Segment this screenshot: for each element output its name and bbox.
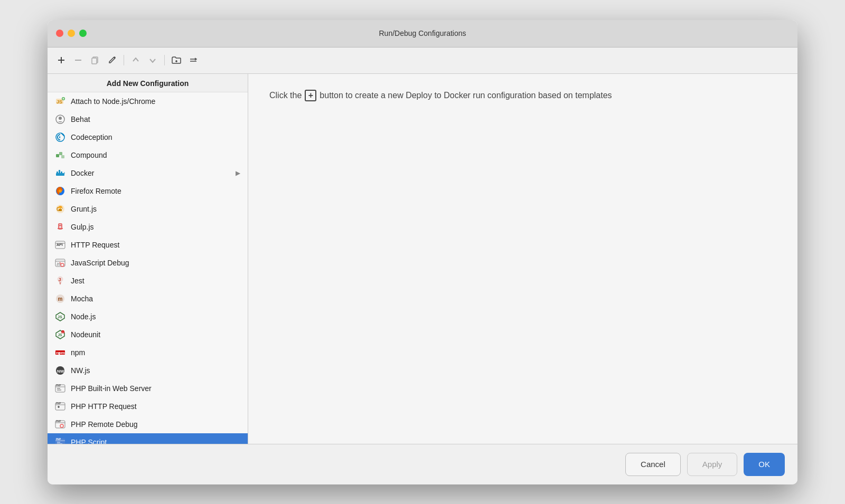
- move-down-button[interactable]: [145, 53, 160, 68]
- titlebar: Run/Debug Configurations: [48, 20, 797, 47]
- list-item-label: Grunt.js: [71, 205, 97, 213]
- cancel-button[interactable]: Cancel: [625, 453, 681, 476]
- list-item-http[interactable]: API HTTP Request: [48, 236, 248, 254]
- svg-text:JS: JS: [57, 99, 62, 104]
- docker-arrow: ▶: [236, 169, 240, 177]
- svg-rect-30: [59, 209, 62, 211]
- sidebar-list: JS Attach to Node.js/Chrome: [48, 92, 248, 444]
- attach-icon: JS: [55, 96, 65, 107]
- list-item-label: Mocha: [71, 294, 93, 303]
- list-item-firefox[interactable]: Firefox Remote: [48, 182, 248, 200]
- list-item-label: Attach to Node.js/Chrome: [71, 97, 155, 106]
- svg-rect-20: [61, 155, 64, 158]
- list-item-jest[interactable]: J Jest: [48, 272, 248, 290]
- list-item-php-http[interactable]: PHP PHP HTTP Request: [48, 397, 248, 415]
- php-builtin-icon: PHP: [55, 383, 65, 394]
- add-icon: [57, 56, 65, 64]
- toolbar-separator-1: [124, 55, 124, 65]
- list-item-docker[interactable]: Docker ▶: [48, 164, 248, 182]
- list-item-mocha[interactable]: m Mocha: [48, 290, 248, 308]
- svg-text:PHP: PHP: [56, 384, 61, 387]
- php-http-icon: PHP: [55, 401, 65, 412]
- main-content: Click the + button to create a new Deplo…: [248, 74, 797, 444]
- svg-rect-18: [56, 154, 59, 157]
- list-item-label: PHP Built-in Web Server: [71, 384, 152, 393]
- nodejs-icon: JS: [55, 311, 65, 322]
- add-folder-button[interactable]: [169, 53, 184, 68]
- main-area: Click the + button to create a new Deplo…: [248, 74, 797, 444]
- svg-text:npm: npm: [56, 350, 65, 355]
- list-item-nodeunit[interactable]: JS U Nodeunit: [48, 326, 248, 344]
- npm-icon: npm: [55, 347, 65, 358]
- up-arrow-icon: [132, 56, 140, 64]
- list-item-label: HTTP Request: [71, 241, 119, 249]
- svg-rect-19: [59, 152, 62, 155]
- list-item-label: Docker: [71, 169, 94, 177]
- list-item-label: PHP Script: [71, 438, 107, 444]
- svg-text:J: J: [59, 277, 61, 282]
- minimize-button[interactable]: [68, 30, 75, 37]
- hint-suffix: button to create a new Deploy to Docker …: [320, 91, 612, 100]
- list-item-grunt[interactable]: Gr Grunt.js: [48, 200, 248, 218]
- hint-prefix: Click the: [269, 91, 302, 100]
- list-item-compound[interactable]: Compound: [48, 146, 248, 164]
- titlebar-buttons: [56, 30, 87, 37]
- list-item-nodejs[interactable]: JS Node.js: [48, 308, 248, 326]
- list-item-label: npm: [71, 348, 85, 357]
- svg-rect-23: [59, 172, 60, 173]
- jest-icon: J: [55, 275, 65, 286]
- down-arrow-icon: [148, 56, 157, 64]
- list-item-label: Firefox Remote: [71, 187, 121, 195]
- list-item-attach-node[interactable]: JS Attach to Node.js/Chrome: [48, 92, 248, 110]
- edit-defaults-button[interactable]: [105, 53, 119, 68]
- svg-point-27: [59, 189, 62, 193]
- maximize-button[interactable]: [79, 30, 87, 37]
- folder-icon: [172, 56, 181, 64]
- nodeunit-icon: JS U: [55, 329, 65, 340]
- list-item-label: PHP HTTP Request: [71, 402, 137, 411]
- svg-rect-22: [57, 172, 58, 173]
- http-icon: API: [55, 240, 65, 250]
- close-button[interactable]: [56, 30, 63, 37]
- list-item-label: PHP Remote Debug: [71, 420, 138, 429]
- svg-point-16: [59, 117, 62, 120]
- list-item-label: Nodeunit: [71, 330, 100, 339]
- list-item-codeception[interactable]: Codeception: [48, 128, 248, 146]
- remove-icon: [74, 56, 82, 64]
- list-item-jsdebug[interactable]: JS JavaScript Debug: [48, 254, 248, 272]
- copy-button[interactable]: [88, 53, 102, 68]
- hint-text: Click the + button to create a new Deplo…: [269, 90, 776, 101]
- list-item-nw[interactable]: NW NW.js: [48, 362, 248, 379]
- remove-button[interactable]: [71, 53, 86, 68]
- list-item-npm[interactable]: npm npm: [48, 344, 248, 362]
- svg-text:PHP: PHP: [56, 420, 61, 423]
- svg-point-32: [61, 208, 62, 209]
- ok-button[interactable]: OK: [744, 453, 785, 476]
- svg-text:PHP: PHP: [56, 438, 61, 441]
- compound-icon: [55, 150, 65, 160]
- svg-text:NW: NW: [57, 369, 64, 374]
- move-up-button[interactable]: [128, 53, 143, 68]
- svg-rect-4: [92, 58, 97, 64]
- list-item-php-builtin[interactable]: PHP PHP Built-in Web Server: [48, 379, 248, 397]
- list-item-php-remote[interactable]: PHP PHP Remote Debug: [48, 415, 248, 433]
- add-button[interactable]: [54, 53, 69, 68]
- docker-icon: [55, 168, 65, 178]
- list-item-php-script[interactable]: PHP PHP Script: [48, 433, 248, 444]
- dialog-title: Run/Debug Configurations: [379, 29, 466, 37]
- codeception-icon: [55, 132, 65, 142]
- more-button[interactable]: [186, 53, 201, 68]
- list-item-label: Behat: [71, 115, 90, 123]
- list-item-label: Node.js: [71, 312, 96, 321]
- nw-icon: NW: [55, 365, 65, 376]
- list-item-gulp[interactable]: Gulp.js: [48, 218, 248, 236]
- behat-icon: [55, 114, 65, 125]
- firefox-icon: [55, 186, 65, 196]
- apply-button[interactable]: Apply: [687, 453, 738, 476]
- list-item-behat[interactable]: Behat: [48, 110, 248, 128]
- plus-icon: +: [305, 90, 316, 101]
- wrench-icon: [108, 56, 116, 64]
- copy-icon: [91, 56, 99, 64]
- list-item-label: Codeception: [71, 133, 112, 141]
- sidebar-header: Add New Configuration: [48, 74, 248, 92]
